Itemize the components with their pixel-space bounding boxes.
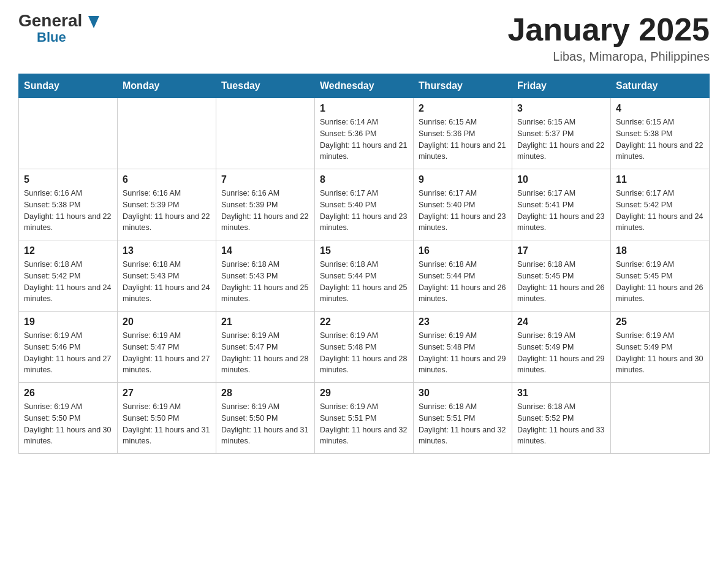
day-cell-10: 10Sunrise: 6:17 AMSunset: 5:41 PMDayligh… (512, 169, 611, 240)
day-cell-5: 5Sunrise: 6:16 AMSunset: 5:38 PMDaylight… (19, 169, 118, 240)
day-number: 26 (24, 388, 112, 399)
calendar-table: SundayMondayTuesdayWednesdayThursdayFrid… (18, 74, 710, 454)
day-cell-28: 28Sunrise: 6:19 AMSunset: 5:50 PMDayligh… (216, 383, 315, 454)
day-number: 14 (221, 245, 309, 256)
day-cell-22: 22Sunrise: 6:19 AMSunset: 5:48 PMDayligh… (315, 312, 414, 383)
day-number: 16 (419, 245, 507, 256)
day-info: Sunrise: 6:18 AMSunset: 5:45 PMDaylight:… (517, 259, 605, 305)
day-cell-20: 20Sunrise: 6:19 AMSunset: 5:47 PMDayligh… (118, 312, 216, 383)
logo-blue-text: Blue (37, 29, 66, 45)
day-cell-27: 27Sunrise: 6:19 AMSunset: 5:50 PMDayligh… (118, 383, 216, 454)
day-cell-12: 12Sunrise: 6:18 AMSunset: 5:42 PMDayligh… (19, 240, 118, 312)
day-cell-24: 24Sunrise: 6:19 AMSunset: 5:49 PMDayligh… (512, 312, 611, 383)
week-row-4: 19Sunrise: 6:19 AMSunset: 5:46 PMDayligh… (19, 312, 710, 383)
month-title: January 2025 (507, 12, 710, 47)
day-info: Sunrise: 6:17 AMSunset: 5:40 PMDaylight:… (419, 188, 507, 234)
day-cell-31: 31Sunrise: 6:18 AMSunset: 5:52 PMDayligh… (512, 383, 611, 454)
day-cell-21: 21Sunrise: 6:19 AMSunset: 5:47 PMDayligh… (216, 312, 315, 383)
day-info: Sunrise: 6:18 AMSunset: 5:51 PMDaylight:… (419, 401, 507, 447)
week-row-2: 5Sunrise: 6:16 AMSunset: 5:38 PMDaylight… (19, 169, 710, 240)
day-info: Sunrise: 6:15 AMSunset: 5:36 PMDaylight:… (419, 117, 507, 163)
day-cell-19: 19Sunrise: 6:19 AMSunset: 5:46 PMDayligh… (19, 312, 118, 383)
day-number: 29 (320, 388, 408, 399)
day-number: 2 (419, 103, 507, 114)
day-cell-11: 11Sunrise: 6:17 AMSunset: 5:42 PMDayligh… (611, 169, 710, 240)
day-info: Sunrise: 6:19 AMSunset: 5:47 PMDaylight:… (221, 330, 309, 376)
day-number: 17 (517, 245, 605, 256)
day-cell-25: 25Sunrise: 6:19 AMSunset: 5:49 PMDayligh… (611, 312, 710, 383)
week-row-1: 1Sunrise: 6:14 AMSunset: 5:36 PMDaylight… (19, 98, 710, 169)
day-cell-17: 17Sunrise: 6:18 AMSunset: 5:45 PMDayligh… (512, 240, 611, 312)
empty-cell (118, 98, 216, 169)
day-number: 27 (123, 388, 211, 399)
header-tuesday: Tuesday (216, 74, 315, 98)
empty-cell (19, 98, 118, 169)
header-monday: Monday (118, 74, 216, 98)
day-number: 28 (221, 388, 309, 399)
header-saturday: Saturday (611, 74, 710, 98)
day-number: 20 (123, 316, 211, 327)
week-row-5: 26Sunrise: 6:19 AMSunset: 5:50 PMDayligh… (19, 383, 710, 454)
day-number: 30 (419, 388, 507, 399)
day-info: Sunrise: 6:19 AMSunset: 5:48 PMDaylight:… (320, 330, 408, 376)
title-section: January 2025 Libas, Mimaropa, Philippine… (507, 12, 710, 64)
day-info: Sunrise: 6:19 AMSunset: 5:49 PMDaylight:… (616, 330, 704, 376)
day-cell-29: 29Sunrise: 6:19 AMSunset: 5:51 PMDayligh… (315, 383, 414, 454)
day-info: Sunrise: 6:18 AMSunset: 5:44 PMDaylight:… (320, 259, 408, 305)
empty-cell (216, 98, 315, 169)
logo-general-text: General (18, 12, 99, 29)
day-number: 25 (616, 316, 704, 327)
day-cell-6: 6Sunrise: 6:16 AMSunset: 5:39 PMDaylight… (118, 169, 216, 240)
day-cell-1: 1Sunrise: 6:14 AMSunset: 5:36 PMDaylight… (315, 98, 414, 169)
day-cell-18: 18Sunrise: 6:19 AMSunset: 5:45 PMDayligh… (611, 240, 710, 312)
day-number: 21 (221, 316, 309, 327)
day-info: Sunrise: 6:18 AMSunset: 5:44 PMDaylight:… (419, 259, 507, 305)
day-number: 5 (24, 174, 112, 185)
day-number: 7 (221, 174, 309, 185)
day-cell-3: 3Sunrise: 6:15 AMSunset: 5:37 PMDaylight… (512, 98, 611, 169)
day-number: 3 (517, 103, 605, 114)
day-number: 13 (123, 245, 211, 256)
day-info: Sunrise: 6:14 AMSunset: 5:36 PMDaylight:… (320, 117, 408, 163)
header-sunday: Sunday (19, 74, 118, 98)
day-info: Sunrise: 6:19 AMSunset: 5:45 PMDaylight:… (616, 259, 704, 305)
day-cell-7: 7Sunrise: 6:16 AMSunset: 5:39 PMDaylight… (216, 169, 315, 240)
day-cell-23: 23Sunrise: 6:19 AMSunset: 5:48 PMDayligh… (414, 312, 512, 383)
day-number: 31 (517, 388, 605, 399)
day-info: Sunrise: 6:15 AMSunset: 5:38 PMDaylight:… (616, 117, 704, 163)
svg-marker-0 (88, 16, 99, 28)
day-info: Sunrise: 6:17 AMSunset: 5:42 PMDaylight:… (616, 188, 704, 234)
header-wednesday: Wednesday (315, 74, 414, 98)
day-info: Sunrise: 6:17 AMSunset: 5:40 PMDaylight:… (320, 188, 408, 234)
day-info: Sunrise: 6:19 AMSunset: 5:47 PMDaylight:… (123, 330, 211, 376)
day-info: Sunrise: 6:19 AMSunset: 5:48 PMDaylight:… (419, 330, 507, 376)
day-info: Sunrise: 6:15 AMSunset: 5:37 PMDaylight:… (517, 117, 605, 163)
day-number: 22 (320, 316, 408, 327)
day-number: 12 (24, 245, 112, 256)
day-number: 24 (517, 316, 605, 327)
day-cell-2: 2Sunrise: 6:15 AMSunset: 5:36 PMDaylight… (414, 98, 512, 169)
day-number: 11 (616, 174, 704, 185)
day-info: Sunrise: 6:16 AMSunset: 5:38 PMDaylight:… (24, 188, 112, 234)
day-info: Sunrise: 6:17 AMSunset: 5:41 PMDaylight:… (517, 188, 605, 234)
day-number: 10 (517, 174, 605, 185)
day-info: Sunrise: 6:19 AMSunset: 5:51 PMDaylight:… (320, 401, 408, 447)
day-info: Sunrise: 6:19 AMSunset: 5:50 PMDaylight:… (24, 401, 112, 447)
day-info: Sunrise: 6:18 AMSunset: 5:43 PMDaylight:… (123, 259, 211, 305)
day-cell-15: 15Sunrise: 6:18 AMSunset: 5:44 PMDayligh… (315, 240, 414, 312)
logo: General Blue (18, 12, 99, 45)
location: Libas, Mimaropa, Philippines (507, 50, 710, 64)
day-number: 6 (123, 174, 211, 185)
day-info: Sunrise: 6:16 AMSunset: 5:39 PMDaylight:… (123, 188, 211, 234)
day-number: 23 (419, 316, 507, 327)
day-number: 1 (320, 103, 408, 114)
day-cell-13: 13Sunrise: 6:18 AMSunset: 5:43 PMDayligh… (118, 240, 216, 312)
calendar-header-row: SundayMondayTuesdayWednesdayThursdayFrid… (19, 74, 710, 98)
header-thursday: Thursday (414, 74, 512, 98)
header-friday: Friday (512, 74, 611, 98)
day-cell-26: 26Sunrise: 6:19 AMSunset: 5:50 PMDayligh… (19, 383, 118, 454)
day-number: 8 (320, 174, 408, 185)
day-info: Sunrise: 6:16 AMSunset: 5:39 PMDaylight:… (221, 188, 309, 234)
day-info: Sunrise: 6:18 AMSunset: 5:52 PMDaylight:… (517, 401, 605, 447)
day-number: 15 (320, 245, 408, 256)
